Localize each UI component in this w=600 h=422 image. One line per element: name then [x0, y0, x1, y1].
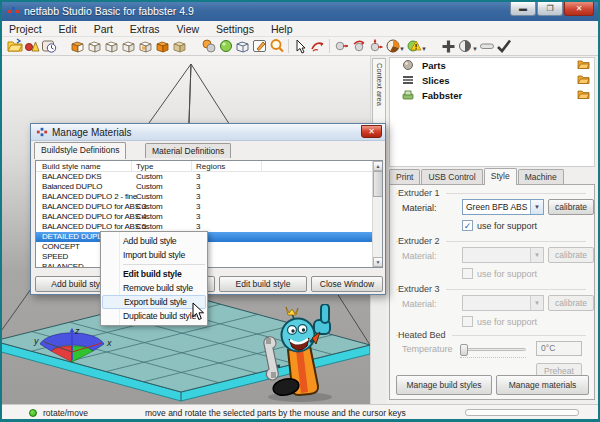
cube-solid-icon[interactable]	[154, 38, 171, 55]
menu-view[interactable]: View	[170, 21, 207, 37]
new-tray-icon[interactable]	[40, 38, 57, 55]
buildstyle-row[interactable]: BALANCED DUPLO for ABS 5Custom3	[36, 222, 382, 232]
parts-folder-icon[interactable]	[577, 59, 590, 74]
tree-item-fabbster[interactable]: Fabbster	[390, 88, 594, 103]
move-part-icon[interactable]	[333, 38, 350, 55]
statistics-dropdown-caret[interactable]: ▼	[399, 46, 405, 52]
tree-item-slices[interactable]: Slices	[390, 73, 594, 88]
manage-materials-button[interactable]: Manage materials	[496, 375, 589, 395]
buildstyle-row[interactable]: BALANCED DUPLO for ABS 4Custom3	[36, 212, 382, 222]
remove-action-icon[interactable]	[479, 38, 496, 55]
scroll-up-icon[interactable]: ▲	[373, 161, 383, 171]
menu-extras[interactable]: Extras	[123, 21, 167, 37]
header-build-style-name[interactable]: Build style name	[42, 161, 101, 172]
dialog-close-button[interactable]: ✕	[361, 125, 382, 138]
add-action-icon[interactable]	[440, 38, 457, 55]
cube-outline-2-icon[interactable]	[103, 38, 120, 55]
table-scrollbar[interactable]: ▲ ▼	[372, 161, 382, 267]
menu-part[interactable]: Part	[87, 21, 120, 37]
menu-edit[interactable]: Edit	[52, 21, 84, 37]
temperature-value: 0°C	[536, 341, 582, 356]
axis-label-z: z	[74, 326, 80, 336]
cube-tan-icon[interactable]	[171, 38, 188, 55]
tree-item-parts[interactable]: Parts	[390, 58, 594, 73]
add-part-icon[interactable]	[23, 38, 40, 55]
slices-folder-icon[interactable]	[577, 74, 590, 89]
rotate-view-icon[interactable]	[309, 38, 326, 55]
tab-print[interactable]: Print	[389, 169, 420, 185]
table-header[interactable]: Build style name Type Regions	[36, 161, 382, 172]
extruder1-calibrate-button[interactable]: calibrate	[548, 199, 594, 215]
edit-tray-icon[interactable]	[251, 38, 268, 55]
tab-buildstyle-definitions[interactable]: Buildstyle Definitions	[34, 142, 126, 159]
context-area-tab[interactable]: Context area	[372, 58, 386, 130]
cube-outline-3-icon[interactable]	[120, 38, 137, 55]
maximize-button[interactable]: ❐	[537, 2, 563, 16]
slider-handle[interactable]	[460, 344, 468, 356]
select-cursor-icon[interactable]	[292, 38, 309, 55]
buildstyle-row[interactable]: BALANCED DUPLO 2 - fineCustom3	[36, 192, 382, 202]
extruder2-material-select[interactable]: ▼	[462, 247, 544, 263]
zoom-icon[interactable]	[268, 38, 285, 55]
extruder1-material-select[interactable]: Green BFB ABS De▼	[462, 199, 544, 215]
buildstyle-row[interactable]: BALANCED DUPLO for ABS 3Custom3	[36, 202, 382, 212]
temperature-slider[interactable]	[460, 348, 526, 351]
cube-frame-icon[interactable]	[234, 38, 251, 55]
extruder3-calibrate-button[interactable]: calibrate	[548, 295, 594, 311]
validate-dropdown-caret[interactable]: ▼	[421, 46, 427, 52]
minimize-button[interactable]: ▬	[510, 2, 536, 16]
extruder2-support-checkbox[interactable]	[462, 268, 473, 279]
extruder3-support-checkbox[interactable]	[462, 316, 473, 327]
tab-usb-control[interactable]: USB Control	[421, 169, 482, 185]
cube-outline-4-icon[interactable]	[137, 38, 154, 55]
edit-build-style-button[interactable]: Edit build style	[219, 276, 307, 292]
fabbster-folder-icon[interactable]	[577, 89, 590, 104]
header-type[interactable]: Type	[136, 161, 153, 172]
context-menu-item-edit-build-style[interactable]: Edit build style	[101, 267, 207, 281]
scroll-thumb[interactable]	[373, 171, 383, 197]
context-menu-item-add-build-style[interactable]: Add build style	[101, 234, 207, 248]
repair-part-icon[interactable]	[217, 38, 234, 55]
buildstyle-row[interactable]: CONCEPT	[36, 242, 382, 252]
close-button[interactable]: ✕	[564, 2, 594, 16]
menu-project[interactable]: Project	[2, 21, 49, 37]
tab-material-definitions[interactable]: Material Definitions	[145, 143, 231, 158]
tab-style[interactable]: Style	[484, 168, 517, 185]
table-cell: 3	[196, 212, 200, 222]
extruder1-material-label: Material:	[402, 203, 437, 213]
dialog-titlebar[interactable]: Manage Materials ✕	[31, 124, 385, 141]
extruder1-support-checkbox[interactable]: ✓	[462, 220, 473, 231]
axis-label-x: x	[106, 338, 112, 348]
context-menu-item-remove-build-style[interactable]: Remove build style	[101, 281, 207, 295]
titlebar[interactable]: netfabb Studio Basic for fabbster 4.9 ▬ …	[2, 2, 598, 21]
buildstyle-row[interactable]: BALANCED DKSCustom3	[36, 172, 382, 182]
menu-settings[interactable]: Settings	[209, 21, 261, 37]
table-cell: BALANCED DUPLO for ABS 3	[42, 202, 146, 212]
rotate-part-icon[interactable]	[350, 38, 367, 55]
close-window-button[interactable]: Close Window	[311, 276, 383, 292]
buildstyle-row[interactable]: Balanced DUPLOCustom3	[36, 182, 382, 192]
scroll-down-icon[interactable]: ▼	[373, 257, 383, 267]
heated-bed-legend: Heated Bed	[398, 330, 452, 340]
buildstyle-row[interactable]: DETAILED DUPLO f	[36, 232, 382, 242]
buildstyle-row[interactable]: SPEED	[36, 252, 382, 262]
render-dropdown-caret[interactable]: ▼	[472, 46, 478, 52]
tab-machine[interactable]: Machine	[518, 169, 564, 185]
extruder2-legend: Extruder 2	[398, 236, 446, 246]
merge-parts-icon[interactable]	[200, 38, 217, 55]
extruder3-material-select[interactable]: ▼	[462, 295, 544, 311]
apply-action-icon[interactable]	[496, 38, 513, 55]
context-menu-item-export-build-style[interactable]: Export build style	[102, 295, 206, 309]
manage-build-styles-button[interactable]: Manage build styles	[396, 375, 492, 395]
cube-half-icon[interactable]	[69, 38, 86, 55]
context-menu-item-import-build-style[interactable]: Import build style	[101, 248, 207, 262]
scale-part-icon[interactable]	[367, 38, 384, 55]
open-project-icon[interactable]	[6, 38, 23, 55]
extruder2-calibrate-button[interactable]: calibrate	[548, 247, 594, 263]
menu-help[interactable]: Help	[264, 21, 300, 37]
buildstyle-row[interactable]: BALANCED	[36, 262, 382, 268]
cube-outline-1-icon[interactable]	[86, 38, 103, 55]
fabbster-icon	[402, 89, 414, 105]
header-regions[interactable]: Regions	[196, 161, 225, 172]
dialog-tabs: Buildstyle Definitions Material Definiti…	[31, 141, 385, 158]
